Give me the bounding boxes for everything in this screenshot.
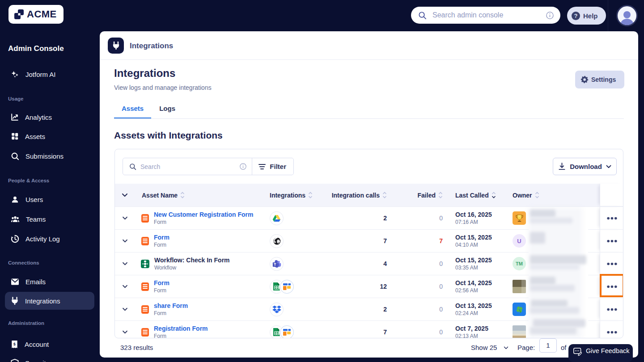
svg-text:$: $	[13, 342, 16, 346]
